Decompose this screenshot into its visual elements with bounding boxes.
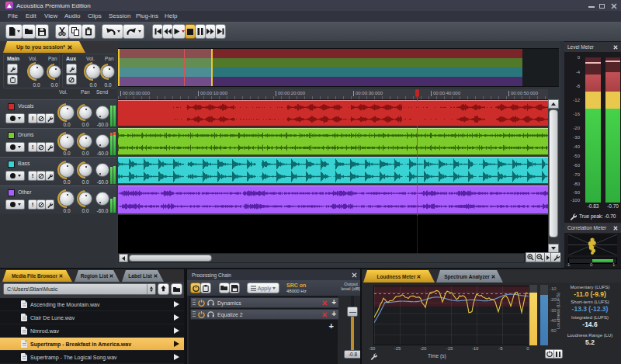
track-volume-knob[interactable]	[59, 105, 75, 120]
timeline-settings-button[interactable]	[550, 252, 561, 262]
redo-button[interactable]	[123, 24, 144, 39]
track-pan-knob[interactable]	[78, 134, 92, 148]
file-row[interactable]: Clair De Lune.wav	[0, 311, 184, 324]
menu-audio[interactable]: Audio	[64, 12, 80, 19]
arm-record-button[interactable]	[5, 113, 25, 123]
session-tab[interactable]: Up to you session*	[3, 41, 85, 53]
add-effect-icon[interactable]: +	[329, 321, 334, 331]
processing-chain-close-icon[interactable]	[352, 272, 357, 278]
vertical-scrollbar[interactable]	[548, 99, 559, 253]
correlation-meter-close-icon[interactable]	[613, 226, 618, 231]
region-tab-close-icon[interactable]	[109, 274, 113, 278]
tab-label-list[interactable]: Label List	[122, 270, 164, 282]
path-select[interactable]: C:\Users\Stian\Music	[3, 283, 156, 295]
aux-fx-button[interactable]	[66, 64, 77, 74]
fx-button[interactable]	[45, 113, 54, 123]
play-button[interactable]	[172, 24, 186, 39]
remove-effect-icon[interactable]	[322, 312, 328, 317]
horizontal-scrollbar[interactable]	[118, 253, 525, 263]
loudness-tab-close-icon[interactable]	[417, 275, 421, 279]
stop-button[interactable]	[185, 24, 196, 39]
vertical-scroll-thumb[interactable]	[549, 109, 558, 237]
menu-view[interactable]: View	[44, 12, 57, 19]
headphones-icon[interactable]	[207, 300, 214, 306]
track-send-knob[interactable]	[95, 106, 109, 120]
new-file-button[interactable]	[5, 24, 23, 39]
main-clipboard-button[interactable]	[7, 75, 18, 85]
file-play-icon[interactable]	[174, 314, 179, 321]
rewind-button[interactable]	[162, 24, 173, 39]
insert-effect-icon[interactable]: +	[331, 310, 336, 318]
menu-session[interactable]: Session	[109, 12, 130, 19]
pause-button[interactable]	[195, 24, 206, 39]
track-pan-knob[interactable]	[78, 163, 92, 177]
file-row-selected[interactable]: Supertramp - Breakfast in America.wav	[0, 338, 184, 351]
effect-power-icon[interactable]	[198, 311, 205, 318]
label-tab-close-icon[interactable]	[154, 274, 158, 278]
session-overview[interactable]	[118, 48, 559, 87]
playhead-marker[interactable]	[415, 89, 419, 97]
menu-clips[interactable]: Clips	[88, 12, 102, 19]
undo-button[interactable]	[102, 24, 123, 39]
copy-button[interactable]	[68, 24, 82, 39]
track-lane-other[interactable]	[118, 185, 548, 214]
insert-effect-icon[interactable]: +	[331, 299, 336, 307]
track-volume-knob[interactable]	[59, 133, 75, 149]
mixer-strip-vocals[interactable]: Vocals!0.00.0-60.0	[0, 99, 116, 128]
save-button[interactable]	[35, 24, 49, 39]
headphones-icon[interactable]	[207, 311, 214, 317]
output-level-value-box[interactable]: -0.8	[344, 350, 362, 359]
file-play-icon[interactable]	[174, 328, 179, 334]
track-send-knob[interactable]	[95, 192, 109, 206]
close-window-icon[interactable]	[611, 3, 617, 9]
arm-record-button[interactable]	[5, 199, 25, 210]
track-pan-knob[interactable]	[78, 192, 92, 206]
fast-forward-button[interactable]	[205, 24, 216, 39]
path-spinner[interactable]	[147, 284, 155, 294]
remove-effect-icon[interactable]	[322, 300, 328, 306]
main-pan-knob[interactable]	[48, 65, 61, 78]
folder-up-button[interactable]	[158, 283, 169, 295]
fx-button[interactable]	[45, 142, 54, 152]
track-lane-bass[interactable]	[118, 157, 548, 184]
file-play-icon[interactable]	[174, 341, 179, 347]
time-ruler[interactable]: 00:00:00:000 00:00:10:000 00:00:20:000 0…	[118, 89, 548, 100]
chain-power-button[interactable]	[190, 283, 201, 293]
mixer-strip-drums[interactable]: Drums!0.00.0-60.0	[0, 128, 116, 157]
chain-clipboard-button[interactable]	[200, 283, 211, 293]
track-lane-drums[interactable]	[118, 128, 548, 155]
tab-region-list[interactable]: Region List	[75, 270, 120, 282]
mixer-strip-other[interactable]: Other!0.00.0-60.0	[0, 185, 116, 214]
tab-loudness-meter[interactable]: Loudness Meter	[363, 270, 435, 283]
minimize-icon[interactable]	[588, 6, 595, 8]
playhead[interactable]	[417, 89, 418, 216]
arm-record-button[interactable]	[5, 142, 25, 152]
chain-apply-button[interactable]: Apply	[247, 283, 279, 293]
media-tab-close-icon[interactable]	[59, 274, 63, 278]
file-row[interactable]: Supertramp - The Logical Song.wav	[0, 351, 184, 364]
level-meter-settings-icon[interactable]	[569, 213, 577, 220]
scroll-left-button[interactable]	[119, 254, 128, 262]
session-tab-close-icon[interactable]	[68, 45, 72, 50]
aux-pan-knob[interactable]	[102, 65, 115, 78]
horizontal-scroll-thumb[interactable]	[129, 255, 212, 262]
tab-media-file-browser[interactable]: Media File Browser	[2, 270, 72, 282]
effect-power-icon[interactable]	[198, 300, 205, 307]
track-pan-knob[interactable]	[78, 106, 92, 120]
aux-mute-button[interactable]	[66, 75, 77, 85]
open-button[interactable]	[22, 24, 36, 39]
arm-record-button[interactable]	[5, 171, 25, 181]
level-meter-close-icon[interactable]	[613, 45, 618, 50]
track-send-knob[interactable]	[95, 163, 109, 177]
track-volume-knob[interactable]	[59, 191, 75, 206]
file-play-icon[interactable]	[174, 301, 179, 307]
skip-to-start-button[interactable]	[152, 24, 163, 39]
drag-handle-icon[interactable]	[193, 310, 196, 318]
scroll-up-button[interactable]	[548, 99, 559, 109]
main-fx-button[interactable]	[7, 64, 18, 74]
effect-row-equalize[interactable]: Equalize 2 +	[190, 309, 339, 320]
menu-file[interactable]: File	[8, 12, 18, 19]
browse-folder-button[interactable]	[171, 283, 182, 295]
fx-button[interactable]	[45, 171, 54, 181]
loudness-pause-button[interactable]	[553, 349, 563, 359]
